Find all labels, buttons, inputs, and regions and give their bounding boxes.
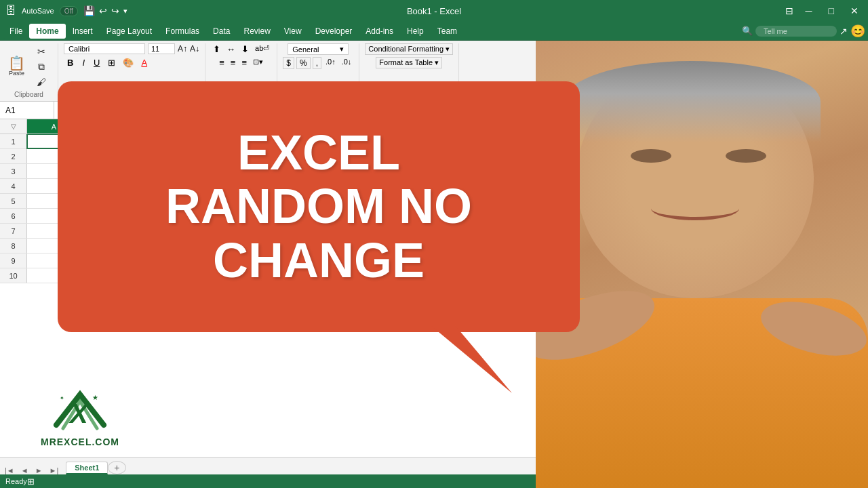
cell-g3[interactable] [353,164,407,178]
col-header-b[interactable]: B [81,119,136,134]
select-all-icon[interactable]: ▽ [11,123,16,130]
cell-i2[interactable] [461,149,515,163]
align-top-button[interactable]: ⬆ [211,43,222,55]
cell-h4[interactable] [407,179,461,193]
cell-d6[interactable] [190,209,244,223]
row-number-2[interactable]: 2 [0,149,27,163]
cell-i5[interactable] [461,194,515,208]
sheet-nav-next[interactable]: ► [33,466,45,474]
number-format-dropdown[interactable]: General ▾ [288,43,349,55]
cell-h5[interactable] [407,194,461,208]
cell-k4[interactable] [570,179,624,193]
row-number-3[interactable]: 3 [0,164,27,178]
cell-m4[interactable] [678,179,719,193]
col-header-a[interactable]: A [27,119,81,134]
cell-g8[interactable] [353,239,407,253]
cell-a7[interactable] [27,224,81,238]
col-header-f[interactable]: F [298,119,353,134]
menu-page-layout[interactable]: Page Layout [100,24,159,39]
cell-g4[interactable] [353,179,407,193]
cell-j2[interactable] [515,149,570,163]
cell-b2[interactable] [81,149,136,163]
cell-d7[interactable] [190,224,244,238]
cell-h8[interactable] [407,239,461,253]
menu-view[interactable]: View [277,24,309,39]
cut-button[interactable]: ✂ [31,45,52,58]
cell-g9[interactable] [353,253,407,268]
cell-i7[interactable] [461,224,515,238]
cell-a9[interactable] [27,253,81,268]
col-header-m[interactable]: M [678,119,719,134]
row-number-6[interactable]: 6 [0,209,27,223]
cell-c7[interactable] [136,224,190,238]
col-header-j[interactable]: J [515,119,570,134]
font-size-dropdown[interactable]: 11 [148,43,175,54]
format-table-button[interactable]: Format as Table ▾ [376,57,442,68]
cell-c8[interactable] [136,239,190,253]
cell-a4[interactable] [27,179,81,193]
cell-k6[interactable] [570,209,624,223]
cell-m7[interactable] [678,224,719,238]
cell-a5[interactable] [27,194,81,208]
menu-team[interactable]: Team [431,24,464,39]
cell-b1[interactable] [81,134,136,148]
cell-e6[interactable] [244,209,298,223]
cell-j7[interactable] [515,224,570,238]
bold-button[interactable]: B [64,56,77,69]
cell-b5[interactable] [81,194,136,208]
cell-j9[interactable] [515,253,570,268]
cell-j8[interactable] [515,239,570,253]
cell-c6[interactable] [136,209,190,223]
cell-h7[interactable] [407,224,461,238]
cell-j4[interactable] [515,179,570,193]
align-middle-button[interactable]: ↔ [224,43,237,55]
cell-f5[interactable] [298,194,353,208]
cell-c4[interactable] [136,179,190,193]
cell-g2[interactable] [353,149,407,163]
cell-e2[interactable] [244,149,298,163]
cell-f8[interactable] [298,239,353,253]
cell-e8[interactable] [244,239,298,253]
cell-e4[interactable] [244,179,298,193]
col-header-d[interactable]: D [190,119,244,134]
share-icon[interactable]: ↗ [840,26,848,37]
cell-d1[interactable] [190,134,244,148]
cell-m5[interactable] [678,194,719,208]
row-number-1[interactable]: 1 [0,134,27,148]
cell-d2[interactable] [190,149,244,163]
cell-h3[interactable] [407,164,461,178]
cell-a2[interactable] [27,149,81,163]
underline-button[interactable]: U [90,56,103,69]
cell-e7[interactable] [244,224,298,238]
col-header-i[interactable]: I [461,119,515,134]
redo-icon[interactable]: ↪ [111,5,119,16]
cell-a10[interactable] [27,268,81,283]
cell-l1[interactable] [624,134,678,148]
cell-e10[interactable] [244,268,298,283]
cell-l7[interactable] [624,224,678,238]
cell-e1[interactable] [244,134,298,148]
customize-icon[interactable]: ▾ [123,7,127,16]
cell-i6[interactable] [461,209,515,223]
cell-g5[interactable] [353,194,407,208]
percent-button[interactable]: % [296,57,311,69]
cell-h9[interactable] [407,253,461,268]
cell-d4[interactable] [190,179,244,193]
undo-icon[interactable]: ↩ [99,5,107,16]
wrap-text-button[interactable]: ab⏎ [253,43,271,55]
cell-k2[interactable] [570,149,624,163]
col-header-k[interactable]: K [570,119,624,134]
cell-reference-box[interactable]: A1 [0,102,54,119]
add-sheet-button[interactable]: + [108,461,125,474]
search-input[interactable] [755,26,837,37]
copy-button[interactable]: ⧉ [31,60,52,74]
cell-c5[interactable] [136,194,190,208]
cell-h10[interactable] [407,268,461,283]
autosave-toggle[interactable]: Off [60,6,78,16]
cell-f9[interactable] [298,253,353,268]
merge-button[interactable]: ⊡▾ [251,57,265,68]
cell-g6[interactable] [353,209,407,223]
cell-k5[interactable] [570,194,624,208]
sheet-tab-sheet1[interactable]: Sheet1 [66,462,108,474]
zoom-slider[interactable]: ─●──── [807,477,838,485]
